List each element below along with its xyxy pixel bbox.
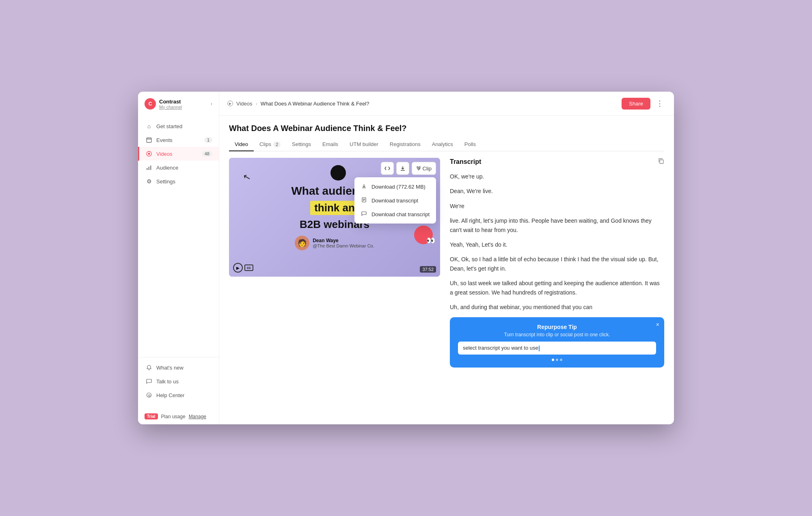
download-button[interactable] <box>396 162 409 175</box>
logo-icon: C <box>145 98 156 110</box>
dropdown-item-download[interactable]: Download (772.62 MB) <box>354 180 436 194</box>
videos-badge: 48 <box>202 151 212 157</box>
tabs-bar: Video Clips 2 Settings Emails UTM builde… <box>229 138 664 151</box>
transcript-para-7: Uh, so last week we talked about getting… <box>450 279 664 297</box>
sidebar-item-get-started[interactable]: ⌂ Get started <box>138 119 219 133</box>
tab-label: Clips <box>259 141 271 147</box>
share-button[interactable]: Share <box>622 98 650 110</box>
tip-title: Repurpose Tip <box>458 324 656 330</box>
transcript-section: Transcript OK, we're up. Dean, We're liv… <box>450 158 664 416</box>
eyes-decoration: 👀 <box>426 236 435 245</box>
events-icon <box>146 137 152 143</box>
sidebar-item-videos[interactable]: Videos 48 <box>138 147 219 161</box>
tip-dot-1 <box>552 359 554 361</box>
sidebar-item-events[interactable]: Events 1 <box>138 133 219 147</box>
home-icon: ⌂ <box>146 123 152 129</box>
clip-button[interactable]: Clip <box>412 162 436 175</box>
chat-icon <box>146 378 152 385</box>
sidebar-nav: ⌂ Get started Events 1 <box>138 116 219 357</box>
logo-title: Contrast <box>159 99 207 105</box>
tab-emails[interactable]: Emails <box>317 138 344 151</box>
tab-settings[interactable]: Settings <box>286 138 317 151</box>
sidebar-item-settings[interactable]: ⚙ Settings <box>138 174 219 188</box>
tip-subtitle: Turn transcript into clip or social post… <box>458 332 656 338</box>
transcript-para-4: live. All right, let's jump into this. P… <box>450 216 664 234</box>
bell-icon <box>146 364 152 371</box>
logo-text-group: Contrast My channel <box>159 99 207 110</box>
circle-decoration-black <box>330 165 346 181</box>
svg-text:⚙: ⚙ <box>148 394 151 398</box>
tab-polls[interactable]: Polls <box>459 138 482 151</box>
copy-transcript-button[interactable] <box>658 158 664 166</box>
play-button[interactable]: ▶ <box>233 263 243 273</box>
plan-usage-label: Plan usage <box>161 414 186 419</box>
tip-close-button[interactable]: × <box>656 321 659 328</box>
embed-code-button[interactable] <box>381 162 394 175</box>
breadcrumb-current: What Does A Webinar Audience Think & Fee… <box>261 101 369 107</box>
tab-label: Settings <box>292 141 311 147</box>
tip-dot-2 <box>556 359 558 361</box>
dropdown-item-label: Download transcript <box>371 198 418 204</box>
video-toolbar: Clip <box>381 162 436 175</box>
dropdown-item-label: Download chat transcript <box>371 211 430 217</box>
sidebar-item-label: Help Center <box>156 392 184 398</box>
sidebar-item-talk-to-us[interactable]: Talk to us <box>138 374 219 388</box>
sidebar: C Contrast My channel › ⌂ Get started <box>138 92 219 424</box>
transcript-para-5: Yeah, Yeah, Let's do it. <box>450 240 664 249</box>
videos-icon <box>146 150 152 157</box>
tab-label: Analytics <box>432 141 453 147</box>
sidebar-bottom: What's new Talk to us ⚙ Help Center <box>138 357 219 408</box>
clip-btn-label: Clip <box>423 166 432 172</box>
topbar-actions: Share ⋮ <box>622 97 666 110</box>
tab-label: Registrations <box>390 141 421 147</box>
tab-analytics[interactable]: Analytics <box>426 138 459 151</box>
tab-utm-builder[interactable]: UTM builder <box>344 138 384 151</box>
sidebar-item-help-center[interactable]: ⚙ Help Center <box>138 388 219 402</box>
sidebar-item-audience[interactable]: Audience <box>138 161 219 174</box>
dropdown-item-chat[interactable]: Download chat transcript <box>354 207 436 221</box>
tip-pagination-dots <box>458 359 656 361</box>
tab-video[interactable]: Video <box>229 138 254 151</box>
sidebar-item-whats-new[interactable]: What's new <box>138 361 219 374</box>
main-content: ▶ Videos › What Does A Webinar Audience … <box>219 92 674 424</box>
transcript-header: Transcript <box>450 158 664 166</box>
svg-rect-8 <box>150 166 151 170</box>
sidebar-item-label: Videos <box>156 151 173 157</box>
transcript-title: Transcript <box>450 158 481 166</box>
more-options-button[interactable]: ⋮ <box>654 97 666 110</box>
tip-dot-3 <box>560 359 562 361</box>
clips-badge: 2 <box>273 142 281 147</box>
manage-link[interactable]: Manage <box>189 414 206 419</box>
sidebar-item-label: Audience <box>156 165 178 171</box>
captions-button[interactable]: CC <box>244 264 253 271</box>
sidebar-logo[interactable]: C Contrast My channel › <box>138 92 219 116</box>
download-dropdown: Download (772.62 MB) <box>354 177 436 224</box>
repurpose-tip-card: × Repurpose Tip Turn transcript into cli… <box>450 317 664 368</box>
events-badge: 1 <box>204 137 212 143</box>
tab-label: UTM builder <box>350 141 378 147</box>
tab-clips[interactable]: Clips 2 <box>254 138 286 151</box>
svg-rect-17 <box>660 160 663 163</box>
tab-label: Polls <box>464 141 476 147</box>
settings-icon: ⚙ <box>146 178 152 185</box>
chat-icon <box>361 211 367 217</box>
transcript-para-6: OK, Ok, so I had a little bit of echo be… <box>450 255 664 273</box>
tab-registrations[interactable]: Registrations <box>384 138 426 151</box>
page-title: What Does A Webinar Audience Think & Fee… <box>229 124 664 133</box>
transcript-para-8: Uh, and during that webinar, you mention… <box>450 303 664 312</box>
video-section: ↖ What audiences think an B2B webinars <box>229 158 440 416</box>
document-icon <box>361 197 367 204</box>
tip-input-area[interactable]: select transcript you want to use <box>458 342 656 355</box>
topbar: ▶ Videos › What Does A Webinar Audience … <box>219 92 674 116</box>
dropdown-item-label: Download (772.62 MB) <box>371 184 425 190</box>
svg-rect-7 <box>149 167 150 170</box>
cursor-decoration: ↖ <box>242 171 252 183</box>
svg-point-5 <box>148 153 150 155</box>
dropdown-item-transcript[interactable]: Download transcript <box>354 194 436 207</box>
tab-label: Emails <box>322 141 338 147</box>
speaker-name: Dean Waye <box>313 238 374 243</box>
breadcrumb-separator: › <box>256 101 257 107</box>
speaker-avatar: 🧑 <box>295 236 309 250</box>
trial-badge: Trial <box>145 413 158 419</box>
logo-subtitle: My channel <box>159 105 207 110</box>
